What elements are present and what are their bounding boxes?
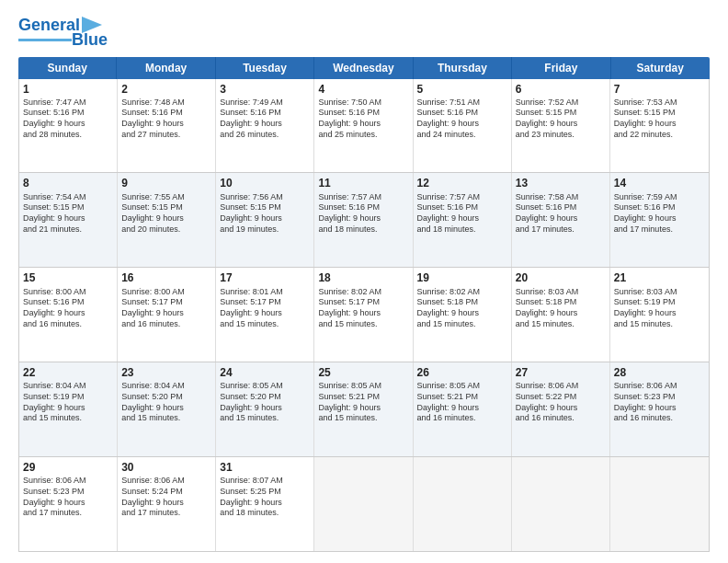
cal-cell-3-5: 27Sunrise: 8:06 AMSunset: 5:22 PMDayligh…: [512, 362, 610, 456]
cal-cell-2-2: 17Sunrise: 8:01 AMSunset: 5:17 PMDayligh…: [216, 268, 314, 362]
calendar-header: SundayMondayTuesdayWednesdayThursdayFrid…: [18, 57, 710, 79]
cell-line: Daylight: 9 hours: [220, 498, 310, 509]
cell-line: Sunrise: 7:55 AM: [121, 192, 211, 203]
cal-cell-3-0: 22Sunrise: 8:04 AMSunset: 5:19 PMDayligh…: [19, 362, 118, 456]
cell-line: Sunrise: 8:00 AM: [121, 287, 211, 298]
cell-line: Daylight: 9 hours: [220, 119, 310, 130]
cell-line: and 18 minutes.: [417, 224, 507, 236]
logo: General Blue: [18, 17, 108, 50]
cell-line: Daylight: 9 hours: [417, 403, 507, 414]
cal-cell-4-3: [314, 457, 413, 551]
cell-line: Daylight: 9 hours: [23, 403, 113, 414]
cell-line: Sunset: 5:18 PM: [417, 297, 507, 308]
cell-line: Daylight: 9 hours: [121, 119, 211, 130]
cal-cell-0-2: 3Sunrise: 7:49 AMSunset: 5:16 PMDaylight…: [216, 79, 314, 173]
day-number: 9: [121, 176, 211, 190]
cell-line: Daylight: 9 hours: [417, 308, 507, 319]
cell-line: Daylight: 9 hours: [23, 308, 113, 319]
cell-line: and 23 minutes.: [516, 130, 606, 141]
day-number: 24: [220, 365, 310, 380]
cell-line: Sunset: 5:23 PM: [614, 392, 705, 403]
cell-line: and 15 minutes.: [318, 413, 408, 424]
cell-line: Sunrise: 8:02 AM: [417, 287, 507, 298]
cell-line: and 18 minutes.: [318, 224, 408, 236]
cal-cell-4-2: 31Sunrise: 8:07 AMSunset: 5:25 PMDayligh…: [216, 457, 314, 551]
cal-cell-2-6: 21Sunrise: 8:03 AMSunset: 5:19 PMDayligh…: [610, 268, 709, 362]
cell-line: Sunrise: 7:57 AM: [417, 192, 507, 203]
day-number: 12: [417, 176, 507, 190]
cal-cell-1-1: 9Sunrise: 7:55 AMSunset: 5:15 PMDaylight…: [118, 173, 216, 267]
cal-cell-0-3: 4Sunrise: 7:50 AMSunset: 5:16 PMDaylight…: [314, 79, 413, 173]
cell-line: Daylight: 9 hours: [417, 119, 507, 130]
day-number: 6: [516, 82, 606, 97]
header-day-friday: Friday: [512, 57, 610, 79]
cell-line: and 20 minutes.: [121, 224, 211, 236]
cal-cell-1-4: 12Sunrise: 7:57 AMSunset: 5:16 PMDayligh…: [414, 173, 512, 267]
cal-cell-0-1: 2Sunrise: 7:48 AMSunset: 5:16 PMDaylight…: [118, 79, 216, 173]
day-number: 25: [318, 365, 408, 380]
cell-line: Sunset: 5:17 PM: [220, 297, 310, 308]
cell-line: Daylight: 9 hours: [614, 403, 705, 414]
cal-cell-4-4: [414, 457, 512, 551]
header-day-monday: Monday: [117, 57, 215, 79]
cal-cell-0-0: 1Sunrise: 7:47 AMSunset: 5:16 PMDaylight…: [19, 79, 118, 173]
day-number: 20: [516, 270, 606, 285]
cell-line: Sunrise: 8:05 AM: [417, 381, 507, 392]
cell-line: Daylight: 9 hours: [417, 213, 507, 224]
cell-line: Sunset: 5:18 PM: [516, 297, 606, 308]
cell-line: and 15 minutes.: [220, 319, 310, 330]
header-day-thursday: Thursday: [414, 57, 512, 79]
cell-line: and 26 minutes.: [220, 130, 310, 141]
cal-cell-1-5: 13Sunrise: 7:58 AMSunset: 5:16 PMDayligh…: [512, 173, 610, 267]
cell-line: Daylight: 9 hours: [121, 213, 211, 224]
day-number: 13: [516, 176, 606, 190]
cell-line: Sunset: 5:15 PM: [614, 108, 705, 119]
day-number: 26: [417, 365, 507, 380]
cell-line: Sunrise: 7:47 AM: [23, 98, 113, 109]
header-day-tuesday: Tuesday: [216, 57, 314, 79]
cell-line: Sunrise: 7:50 AM: [318, 98, 408, 109]
cell-line: and 16 minutes.: [121, 319, 211, 330]
cal-cell-2-3: 18Sunrise: 8:02 AMSunset: 5:17 PMDayligh…: [314, 268, 413, 362]
calendar-row-4: 29Sunrise: 8:06 AMSunset: 5:23 PMDayligh…: [19, 457, 709, 551]
day-number: 4: [318, 82, 408, 97]
cell-line: Sunset: 5:16 PM: [614, 202, 705, 213]
day-number: 2: [121, 82, 211, 97]
cell-line: and 28 minutes.: [23, 130, 113, 141]
day-number: 17: [220, 270, 310, 285]
day-number: 18: [318, 270, 408, 285]
cell-line: Sunrise: 8:04 AM: [23, 381, 113, 392]
day-number: 22: [23, 365, 113, 380]
day-number: 14: [614, 176, 705, 190]
cell-line: and 16 minutes.: [614, 413, 705, 424]
cal-cell-4-0: 29Sunrise: 8:06 AMSunset: 5:23 PMDayligh…: [19, 457, 118, 551]
cell-line: and 17 minutes.: [516, 224, 606, 236]
cell-line: and 15 minutes.: [417, 319, 507, 330]
day-number: 10: [220, 176, 310, 190]
cell-line: Sunrise: 8:03 AM: [614, 287, 705, 298]
cell-line: Sunrise: 8:02 AM: [318, 287, 408, 298]
logo-line: [18, 39, 72, 41]
day-number: 19: [417, 270, 507, 285]
cell-line: Sunrise: 8:06 AM: [614, 381, 705, 392]
cell-line: and 15 minutes.: [318, 319, 408, 330]
cell-line: Sunset: 5:22 PM: [516, 392, 606, 403]
cell-line: Sunset: 5:19 PM: [23, 392, 113, 403]
cal-cell-4-5: [512, 457, 610, 551]
cell-line: Daylight: 9 hours: [516, 308, 606, 319]
cell-line: and 15 minutes.: [23, 413, 113, 424]
cell-line: Daylight: 9 hours: [220, 213, 310, 224]
cell-line: Sunrise: 8:00 AM: [23, 287, 113, 298]
cell-line: Daylight: 9 hours: [121, 403, 211, 414]
cell-line: Sunrise: 8:06 AM: [121, 476, 211, 487]
cell-line: and 25 minutes.: [318, 130, 408, 141]
day-number: 11: [318, 176, 408, 190]
cal-cell-2-4: 19Sunrise: 8:02 AMSunset: 5:18 PMDayligh…: [414, 268, 512, 362]
cell-line: and 22 minutes.: [614, 130, 705, 141]
cell-line: Daylight: 9 hours: [318, 213, 408, 224]
cell-line: Sunset: 5:19 PM: [614, 297, 705, 308]
header: General Blue: [18, 17, 710, 50]
cal-cell-3-3: 25Sunrise: 8:05 AMSunset: 5:21 PMDayligh…: [314, 362, 413, 456]
cal-cell-3-2: 24Sunrise: 8:05 AMSunset: 5:20 PMDayligh…: [216, 362, 314, 456]
cell-line: Daylight: 9 hours: [23, 119, 113, 130]
